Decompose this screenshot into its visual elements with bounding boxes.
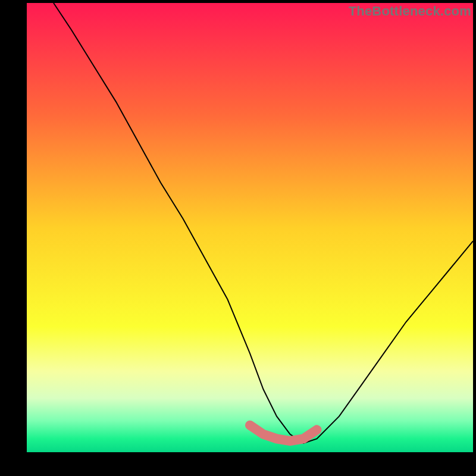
gradient-background	[27, 3, 473, 452]
bottleneck-chart	[0, 0, 476, 476]
chart-frame: TheBottleneck.com	[0, 0, 476, 476]
watermark-text: TheBottleneck.com	[349, 4, 471, 19]
